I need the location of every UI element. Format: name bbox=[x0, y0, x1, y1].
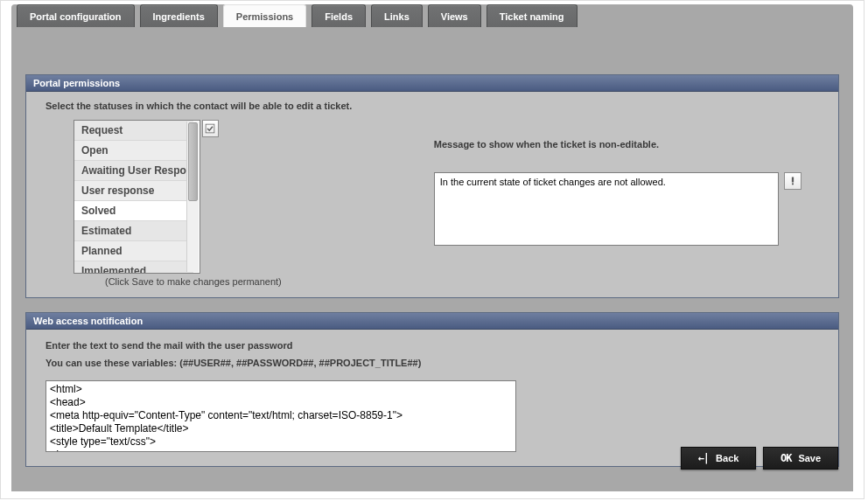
status-column: Request Open Awaiting User Respon User r… bbox=[74, 120, 282, 287]
status-item-request[interactable]: Request bbox=[74, 121, 193, 141]
permissions-row: Request Open Awaiting User Respon User r… bbox=[74, 120, 822, 287]
non-editable-message-column: Message to show when the ticket is non-e… bbox=[434, 120, 822, 287]
svg-rect-0 bbox=[206, 124, 214, 133]
select-all-icon bbox=[205, 123, 215, 134]
status-item-open[interactable]: Open bbox=[74, 141, 193, 161]
web-access-notification-title: Web access notification bbox=[26, 313, 838, 330]
save-hint: (Click Save to make changes permanent) bbox=[105, 276, 282, 287]
web-access-notification-panel: Web access notification Enter the text t… bbox=[25, 312, 839, 467]
notification-instruction-2: You can use these variables: (##USER##, … bbox=[46, 358, 822, 368]
status-item-solved[interactable]: Solved bbox=[74, 201, 193, 221]
status-item-awaiting-user[interactable]: Awaiting User Respon bbox=[74, 161, 193, 181]
notification-instruction-1: Enter the text to send the mail with the… bbox=[46, 340, 822, 351]
action-buttons: ←| Back OK Save bbox=[681, 447, 838, 470]
status-scroll-thumb[interactable] bbox=[188, 122, 198, 201]
status-listbox[interactable]: Request Open Awaiting User Respon User r… bbox=[74, 120, 200, 274]
permissions-instruction: Select the statuses in which the contact… bbox=[46, 101, 822, 111]
back-button[interactable]: ←| Back bbox=[681, 447, 756, 470]
portal-permissions-body: Select the statuses in which the contact… bbox=[26, 92, 838, 297]
notification-template-textarea[interactable] bbox=[46, 380, 516, 452]
status-items: Request Open Awaiting User Respon User r… bbox=[74, 121, 193, 274]
edit-message-button[interactable] bbox=[784, 172, 802, 190]
tab-ingredients[interactable]: Ingredients bbox=[140, 4, 218, 27]
status-item-planned[interactable]: Planned bbox=[74, 241, 193, 261]
back-button-label: Back bbox=[716, 453, 738, 463]
tab-bar: Portal configuration Ingredients Permiss… bbox=[11, 4, 853, 27]
status-item-user-response[interactable]: User response bbox=[74, 181, 193, 201]
tab-fields[interactable]: Fields bbox=[312, 4, 366, 27]
save-button[interactable]: OK Save bbox=[763, 447, 838, 470]
portal-permissions-panel: Portal permissions Select the statuses i… bbox=[25, 74, 839, 298]
ok-icon: OK bbox=[780, 452, 791, 464]
tab-portal-configuration[interactable]: Portal configuration bbox=[17, 4, 135, 27]
non-editable-message-label: Message to show when the ticket is non-e… bbox=[434, 139, 822, 150]
tab-ticket-naming[interactable]: Ticket naming bbox=[486, 4, 578, 27]
edit-icon bbox=[788, 176, 798, 186]
tab-permissions[interactable]: Permissions bbox=[223, 4, 306, 27]
tab-views[interactable]: Views bbox=[428, 4, 481, 27]
tab-links[interactable]: Links bbox=[371, 4, 423, 27]
portal-permissions-title: Portal permissions bbox=[26, 75, 838, 92]
status-list-wrap: Request Open Awaiting User Respon User r… bbox=[74, 120, 219, 274]
save-button-label: Save bbox=[798, 453, 821, 463]
web-access-notification-body: Enter the text to send the mail with the… bbox=[26, 330, 838, 466]
status-scrollbar[interactable] bbox=[186, 122, 199, 272]
app-root: Portal configuration Ingredients Permiss… bbox=[0, 0, 864, 499]
select-all-button[interactable] bbox=[202, 120, 219, 137]
app-inner: Portal configuration Ingredients Permiss… bbox=[11, 4, 853, 491]
svg-rect-1 bbox=[792, 177, 794, 183]
back-arrow-icon: ←| bbox=[698, 452, 709, 464]
svg-point-2 bbox=[792, 183, 794, 184]
status-item-implemented[interactable]: Implemented bbox=[74, 261, 193, 274]
status-item-estimated[interactable]: Estimated bbox=[74, 221, 193, 241]
non-editable-message-row bbox=[434, 172, 822, 246]
content-area: Portal permissions Select the statuses i… bbox=[25, 74, 839, 481]
non-editable-message-textarea[interactable] bbox=[434, 172, 779, 246]
